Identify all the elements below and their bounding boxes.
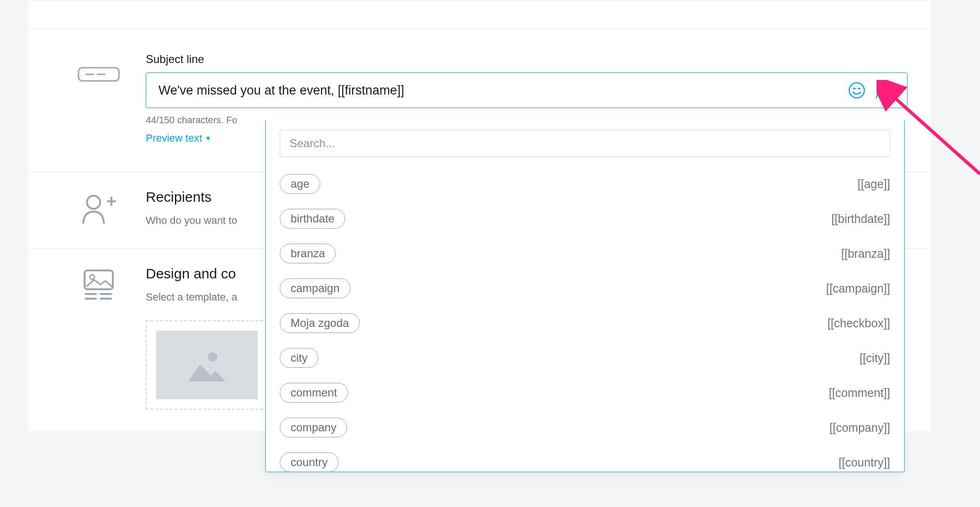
svg-point-5 — [87, 196, 100, 209]
dropdown-item[interactable]: Moja zgoda[[checkbox]] — [280, 306, 890, 341]
image-template-icon — [82, 268, 116, 301]
dropdown-item[interactable]: birthdate[[birthdate]] — [280, 201, 890, 236]
field-token: [[age]] — [858, 177, 891, 191]
chevron-down-icon: ▼ — [205, 135, 212, 142]
field-pill[interactable]: branza — [280, 244, 336, 263]
personalization-dropdown: age[[age]]birthdate[[birthdate]]branza[[… — [265, 120, 905, 472]
template-thumb — [156, 331, 258, 399]
svg-point-3 — [849, 83, 864, 98]
field-pill[interactable]: comment — [280, 383, 348, 403]
recipients-section-icon — [71, 192, 127, 225]
form-row-icon — [78, 65, 120, 84]
subject-input-wrap[interactable] — [146, 72, 908, 108]
field-pill[interactable]: company — [280, 418, 347, 437]
field-token: [[country]] — [838, 456, 890, 469]
dropdown-item[interactable]: city[[city]] — [280, 341, 890, 375]
subject-input[interactable] — [158, 83, 847, 98]
preview-text-label: Preview text — [146, 132, 202, 144]
dropdown-search-input[interactable] — [280, 130, 890, 157]
svg-rect-8 — [85, 270, 113, 289]
field-token: [[checkbox]] — [828, 317, 890, 330]
field-pill[interactable]: Moja zgoda — [280, 313, 360, 333]
page-root: Subject line — [0, 0, 980, 507]
field-token: [[comment]] — [829, 386, 890, 400]
field-pill[interactable]: birthdate — [280, 209, 345, 229]
add-user-icon — [80, 192, 117, 225]
dropdown-item[interactable]: age[[age]] — [280, 166, 890, 201]
field-token: [[city]] — [860, 351, 890, 365]
field-token: [[birthdate]] — [831, 212, 890, 226]
subject-label: Subject line — [146, 53, 908, 66]
field-pill[interactable]: city — [280, 348, 318, 368]
dropdown-search-wrap — [266, 130, 904, 166]
design-section-icon — [71, 268, 127, 301]
field-pill[interactable]: country — [280, 452, 339, 472]
svg-point-9 — [90, 275, 95, 279]
dropdown-list: age[[age]]birthdate[[birthdate]]branza[[… — [266, 166, 904, 472]
subject-input-actions — [847, 80, 895, 100]
field-pill[interactable]: age — [280, 174, 320, 194]
field-token: [[branza]] — [841, 247, 890, 261]
image-icon — [188, 349, 226, 381]
field-pill[interactable]: campaign — [280, 278, 350, 298]
dropdown-item[interactable]: country[[country]] — [280, 445, 890, 472]
field-token: [[company]] — [830, 421, 890, 435]
emoji-icon[interactable] — [847, 80, 867, 100]
preview-text-toggle[interactable]: Preview text ▼ — [146, 132, 212, 144]
personalize-icon[interactable] — [875, 80, 895, 100]
svg-point-14 — [208, 352, 217, 362]
dropdown-item[interactable]: comment[[comment]] — [280, 375, 890, 410]
subject-section-icon — [71, 65, 127, 84]
dropdown-item[interactable]: campaign[[campaign]] — [280, 271, 890, 306]
section-top-strip — [28, 0, 931, 29]
dropdown-item[interactable]: company[[company]] — [280, 410, 890, 445]
dropdown-item[interactable]: branza[[branza]] — [280, 236, 890, 271]
svg-point-4 — [879, 84, 885, 90]
template-placeholder[interactable] — [146, 320, 268, 410]
field-token: [[campaign]] — [826, 282, 890, 295]
